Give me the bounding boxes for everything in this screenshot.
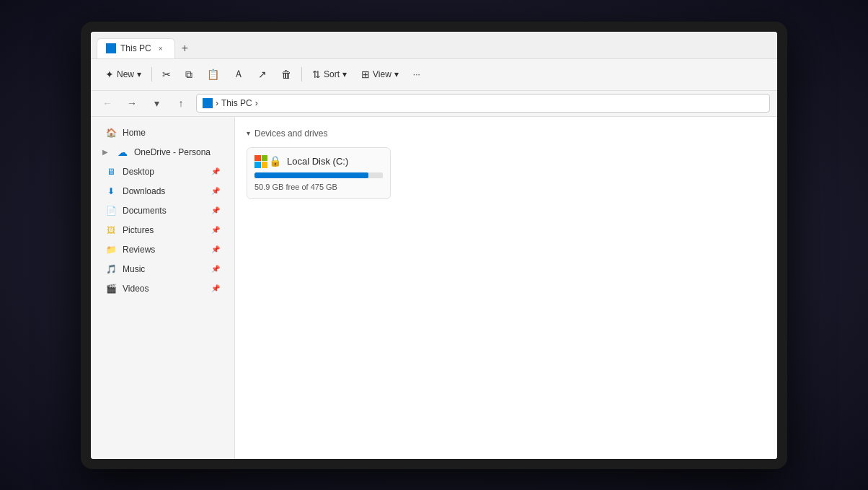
title-bar: This PC × + bbox=[91, 32, 777, 59]
delete-icon: 🗑 bbox=[281, 69, 291, 80]
sidebar-item-reviews[interactable]: 📁 Reviews 📌 bbox=[94, 240, 231, 259]
content-area: ▾ Devices and drives 🔒 Local Disk (C:) bbox=[235, 117, 777, 459]
onedrive-expand-icon: ▶ bbox=[102, 148, 108, 156]
sort-icon: ⇅ bbox=[312, 69, 321, 80]
cut-icon: ✂ bbox=[162, 69, 171, 80]
pictures-icon: 🖼 bbox=[105, 224, 117, 236]
sort-button[interactable]: ⇅ Sort ▾ bbox=[306, 66, 353, 83]
sidebar-home-label: Home bbox=[123, 128, 146, 138]
tab-title: This PC bbox=[120, 43, 151, 53]
cut-button[interactable]: ✂ bbox=[156, 66, 177, 83]
windows-icon bbox=[254, 155, 267, 168]
drive-icons: 🔒 bbox=[254, 155, 281, 168]
sidebar-item-home[interactable]: 🏠 Home bbox=[94, 123, 231, 142]
documents-icon: 📄 bbox=[105, 205, 117, 216]
section-label-drives: Devices and drives bbox=[254, 128, 327, 139]
rename-button[interactable]: Ａ bbox=[228, 65, 249, 84]
breadcrumb-sep-1: › bbox=[216, 98, 218, 108]
pin-icon-documents: 📌 bbox=[211, 206, 220, 214]
sidebar-item-documents[interactable]: 📄 Documents 📌 bbox=[94, 201, 231, 220]
more-button[interactable]: ··· bbox=[407, 66, 426, 82]
section-header-drives: ▾ Devices and drives bbox=[247, 128, 766, 139]
sidebar-reviews-label: Reviews bbox=[123, 245, 155, 255]
tab-area: This PC × + bbox=[91, 32, 777, 58]
sidebar-item-desktop[interactable]: 🖥 Desktop 📌 bbox=[94, 162, 231, 181]
pin-icon-videos: 📌 bbox=[211, 284, 220, 292]
drive-header: 🔒 Local Disk (C:) bbox=[254, 155, 383, 168]
main-content: 🏠 Home ▶ ☁ OneDrive - Persona 🖥 Desktop … bbox=[91, 117, 777, 459]
copy-button[interactable]: ⧉ bbox=[180, 66, 198, 84]
videos-icon: 🎬 bbox=[105, 283, 117, 294]
breadcrumb-this-pc[interactable]: This PC bbox=[221, 98, 252, 108]
laptop-frame: This PC × + ✦ New ▾ ✂ ⧉ 📋 bbox=[81, 22, 787, 469]
toolbar: ✦ New ▾ ✂ ⧉ 📋 Ａ ↗ 🗑 bbox=[91, 59, 777, 91]
address-bar: ← → ▾ ↑ › This PC › bbox=[91, 91, 777, 117]
recent-button[interactable]: ▾ bbox=[147, 94, 166, 113]
breadcrumb-bar: › This PC › bbox=[196, 94, 770, 113]
share-button[interactable]: ↗ bbox=[252, 66, 273, 83]
new-tab-button[interactable]: + bbox=[175, 38, 195, 58]
section-toggle-icon[interactable]: ▾ bbox=[247, 129, 250, 137]
sidebar-music-label: Music bbox=[123, 264, 145, 274]
view-button[interactable]: ⊞ View ▾ bbox=[355, 66, 404, 83]
active-tab[interactable]: This PC × bbox=[97, 38, 175, 58]
desktop-icon: 🖥 bbox=[105, 166, 117, 178]
new-label: New bbox=[117, 69, 134, 79]
sidebar-documents-label: Documents bbox=[123, 206, 167, 216]
back-button[interactable]: ← bbox=[98, 94, 117, 113]
sidebar-pictures-label: Pictures bbox=[123, 225, 154, 235]
sidebar-item-music[interactable]: 🎵 Music 📌 bbox=[94, 260, 231, 279]
paste-button[interactable]: 📋 bbox=[201, 66, 225, 83]
new-icon: ✦ bbox=[105, 69, 114, 80]
drive-progress-fill bbox=[254, 172, 368, 178]
reviews-icon: 📁 bbox=[105, 244, 117, 255]
toolbar-divider-1 bbox=[151, 67, 152, 82]
new-chevron-icon: ▾ bbox=[137, 69, 141, 79]
forward-button[interactable]: → bbox=[123, 94, 141, 113]
pin-icon-desktop: 📌 bbox=[211, 167, 220, 175]
tab-close-button[interactable]: × bbox=[156, 43, 166, 54]
music-icon: 🎵 bbox=[105, 263, 117, 275]
pin-icon-pictures: 📌 bbox=[211, 226, 220, 234]
sidebar-onedrive-label: OneDrive - Persona bbox=[134, 147, 211, 157]
sidebar-downloads-label: Downloads bbox=[123, 186, 165, 196]
paste-icon: 📋 bbox=[207, 69, 219, 80]
pin-icon-music: 📌 bbox=[211, 265, 220, 273]
delete-button[interactable]: 🗑 bbox=[275, 66, 297, 83]
drive-progress-bar bbox=[254, 172, 383, 178]
home-icon: 🏠 bbox=[105, 127, 117, 139]
pin-icon-reviews: 📌 bbox=[211, 245, 220, 253]
up-button[interactable]: ↑ bbox=[172, 94, 190, 113]
copy-icon: ⧉ bbox=[185, 69, 192, 81]
drive-free-space: 50.9 GB free of 475 GB bbox=[254, 183, 383, 191]
onedrive-icon: ☁ bbox=[117, 146, 128, 158]
drive-name: Local Disk (C:) bbox=[287, 156, 348, 167]
share-icon: ↗ bbox=[258, 69, 267, 80]
sort-label: Sort bbox=[324, 69, 340, 79]
sidebar: 🏠 Home ▶ ☁ OneDrive - Persona 🖥 Desktop … bbox=[91, 117, 235, 459]
drive-item-c[interactable]: 🔒 Local Disk (C:) 50.9 GB free of 475 GB bbox=[247, 147, 391, 199]
pin-icon-downloads: 📌 bbox=[211, 187, 220, 195]
sidebar-item-onedrive[interactable]: ▶ ☁ OneDrive - Persona bbox=[91, 143, 234, 162]
computer-icon bbox=[203, 98, 213, 108]
view-label: View bbox=[373, 69, 391, 79]
sidebar-item-videos[interactable]: 🎬 Videos 📌 bbox=[94, 279, 231, 298]
rename-icon: Ａ bbox=[234, 68, 244, 81]
view-chevron-icon: ▾ bbox=[394, 69, 399, 79]
lock-icon: 🔒 bbox=[269, 155, 281, 168]
sidebar-videos-label: Videos bbox=[123, 284, 149, 294]
breadcrumb-sep-2: › bbox=[255, 98, 258, 108]
more-label: ··· bbox=[413, 69, 420, 79]
downloads-icon: ⬇ bbox=[105, 185, 117, 197]
sidebar-desktop-label: Desktop bbox=[123, 167, 154, 177]
sidebar-item-pictures[interactable]: 🖼 Pictures 📌 bbox=[94, 221, 231, 240]
tab-pc-icon bbox=[106, 43, 116, 53]
sort-chevron-icon: ▾ bbox=[342, 69, 347, 79]
screen: This PC × + ✦ New ▾ ✂ ⧉ 📋 bbox=[91, 32, 777, 459]
new-button[interactable]: ✦ New ▾ bbox=[99, 66, 147, 83]
view-icon: ⊞ bbox=[361, 69, 370, 80]
toolbar-divider-2 bbox=[301, 67, 302, 82]
sidebar-item-downloads[interactable]: ⬇ Downloads 📌 bbox=[94, 182, 231, 201]
